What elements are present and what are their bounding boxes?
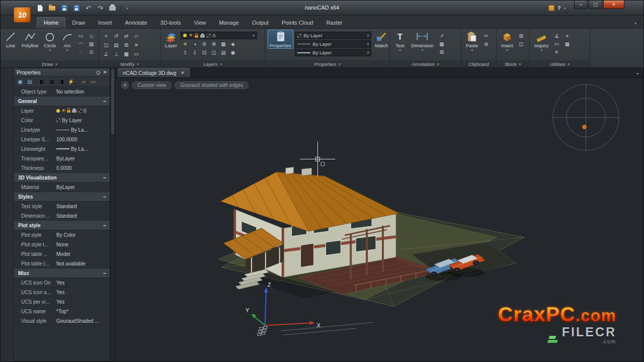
print-icon[interactable] (108, 4, 117, 12)
panel-label-modify[interactable]: Modify▾ (99, 60, 160, 67)
polyline-button[interactable]: Polyline (20, 30, 40, 49)
ellipse-tool-icon[interactable]: ◠ (76, 40, 86, 48)
array-tool-icon[interactable]: ◫ (102, 41, 111, 49)
tab-points-cloud[interactable]: Points Cloud (275, 18, 319, 28)
layer-merge-icon[interactable]: ⊡ (200, 49, 209, 56)
scale-tool-icon[interactable]: ⊞ (122, 41, 131, 49)
panel-label-block[interactable]: Block▾ (497, 60, 529, 67)
close-button[interactable]: ✕ (603, 1, 624, 9)
hatch-tool-icon[interactable]: ▨ (87, 40, 96, 48)
layer-manager-icon[interactable]: ▤ (219, 49, 228, 56)
trim-tool-icon[interactable]: ✕ (132, 41, 141, 49)
tab-insert[interactable]: Insert (92, 18, 119, 28)
new-file-icon[interactable] (36, 4, 44, 12)
collapse-icon[interactable]: − (103, 194, 106, 200)
layer-walk-icon[interactable]: ◈ (228, 40, 237, 48)
arc-button[interactable]: Arc ▾ (60, 30, 75, 52)
layer-freeze-icon[interactable]: ⊕ (209, 40, 218, 48)
save-all-icon[interactable] (72, 4, 80, 12)
point-tool-icon[interactable]: ⊙ (87, 48, 96, 56)
calendar-icon[interactable] (548, 5, 554, 11)
leader-tool-icon[interactable]: ↗ (437, 32, 446, 40)
line-button[interactable]: Line (3, 30, 18, 49)
document-tab[interactable]: nCAD.Cottage 3D.dwg ✕ (118, 68, 190, 77)
edit-block-icon[interactable]: ◫ (517, 40, 526, 48)
help-button[interactable]: ? (557, 5, 561, 11)
wipeout-tool-icon[interactable]: ⊞ (437, 48, 446, 56)
tab-draw[interactable]: Draw (65, 18, 92, 28)
nanocad-logo[interactable]: 10 (14, 7, 31, 23)
section-header[interactable]: 3D Visualization− (14, 173, 110, 183)
calculator-icon[interactable]: ▦ (563, 40, 572, 48)
dimension-dropdown-icon[interactable]: ▾ (422, 48, 424, 52)
layer-combo[interactable]: ☀ 0 ▾ (181, 32, 257, 39)
measure-angle-icon[interactable]: ∡ (552, 32, 561, 40)
insert-block-button[interactable]: Insert ▾ (499, 30, 515, 52)
view-control-button[interactable]: Custom view (132, 81, 172, 89)
dimension-button[interactable]: Dimension ▾ (409, 30, 436, 52)
minimize-button[interactable]: ─ (574, 1, 588, 9)
create-block-icon[interactable]: ⊞ (517, 32, 526, 40)
palette-header[interactable]: Properties ✕ (14, 68, 110, 77)
lineweight-combo[interactable]: By Layer ▾ (295, 49, 371, 56)
save-icon[interactable] (60, 4, 68, 12)
panel-label-annotation[interactable]: Annotation▾ (390, 60, 461, 67)
palette-close-icon[interactable]: ✕ (103, 70, 107, 75)
toggle-categories-icon[interactable]: ▥ (48, 78, 56, 85)
collapse-icon[interactable]: − (103, 223, 106, 228)
erase-tool-icon[interactable]: ▭ (132, 50, 141, 58)
panel-label-layers[interactable]: Layers▾ (160, 60, 265, 67)
mirror-tool-icon[interactable]: ⇄ (122, 32, 131, 40)
qat-dropdown-icon[interactable]: ▾ (126, 7, 128, 10)
measure-area-icon[interactable]: ▭ (552, 40, 561, 48)
text-dropdown-icon[interactable]: ▾ (399, 48, 401, 52)
id-point-icon[interactable]: ⌖ (563, 32, 572, 40)
collapse-icon[interactable]: − (103, 270, 106, 276)
pin-icon[interactable] (96, 70, 101, 75)
ribbon-collapse-icon[interactable]: ▾ (634, 22, 636, 28)
chamfer-tool-icon[interactable]: ⊥ (112, 50, 121, 58)
quick-select-icon[interactable]: ▤ (26, 78, 34, 85)
panel-label-clipboard[interactable]: Clipboard (461, 60, 496, 67)
properties-button[interactable]: Properties (268, 30, 293, 49)
navigation-wheel[interactable] (553, 84, 619, 151)
tab-raster[interactable]: Raster (319, 18, 349, 28)
maximize-button[interactable]: ▢ (589, 1, 602, 9)
layer-button[interactable]: Layer (163, 30, 179, 49)
layer-off-icon[interactable]: ⊘ (200, 40, 209, 48)
spline-tool-icon[interactable]: ◌ (76, 48, 86, 56)
toggle-value-icon[interactable]: ◧ (38, 78, 46, 85)
inquiry-button[interactable]: Inquiry ▾ (532, 30, 551, 52)
viewport-menu-button[interactable]: + (121, 81, 129, 89)
cut-icon[interactable]: ✂ (481, 32, 491, 40)
layer-isolate-icon[interactable]: ◑ (190, 40, 199, 48)
layer-current-icon[interactable]: ⇩ (190, 49, 199, 56)
color-combo[interactable]: By Layer ▾ (295, 32, 371, 39)
section-header[interactable]: General− (14, 97, 110, 106)
quick-select-icon[interactable]: ≡ (552, 48, 561, 56)
tab-3d-tools[interactable]: 3D-tools (154, 18, 188, 28)
layer-previous-icon[interactable]: ⇧ (181, 49, 190, 56)
visual-style-button[interactable]: Gouraud shaded with edges (175, 81, 249, 89)
toggle-panes-icon[interactable]: ◨ (57, 78, 65, 85)
section-header[interactable]: Styles− (14, 192, 110, 202)
tab-view[interactable]: View (188, 18, 213, 28)
open-file-icon[interactable] (48, 4, 56, 12)
explode-tool-icon[interactable]: ▩ (122, 50, 131, 58)
tab-output[interactable]: Output (246, 18, 275, 28)
undo-icon[interactable]: ↶ (84, 4, 93, 12)
arc-dropdown-icon[interactable]: ▾ (66, 48, 68, 52)
linetype-combo[interactable]: By Layer ▾ (295, 40, 371, 48)
tab-manage[interactable]: Manage (212, 18, 246, 28)
move-tool-icon[interactable]: + (102, 32, 111, 40)
help-dropdown-icon[interactable]: ▾ (564, 7, 566, 10)
tab-list-dropdown-icon[interactable]: ▾ (636, 72, 638, 77)
layer-states-icon[interactable]: ☀ (181, 40, 190, 48)
inquiry-dropdown-icon[interactable]: ▾ (541, 48, 543, 52)
layer-lockfade-icon[interactable]: ◉ (228, 49, 237, 56)
circle-dropdown-icon[interactable]: ▾ (49, 48, 51, 52)
circle-button[interactable]: Circle ▾ (42, 30, 58, 52)
paste-dropdown-icon[interactable]: ▾ (471, 48, 473, 52)
tab-close-icon[interactable]: ✕ (181, 71, 185, 75)
tab-annotate[interactable]: Annotate (119, 18, 154, 28)
